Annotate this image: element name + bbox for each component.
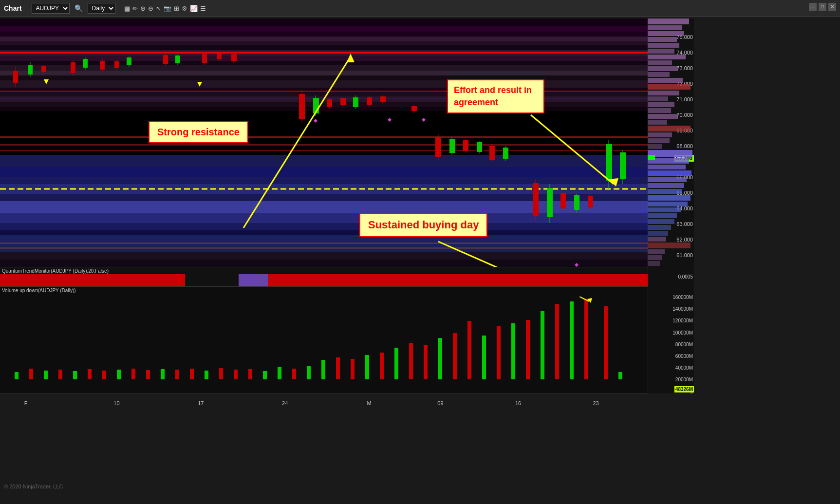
svg-rect-199	[511, 323, 515, 379]
svg-rect-130	[648, 78, 683, 83]
grid-icon[interactable]: ⊞	[174, 5, 179, 12]
svg-rect-158	[648, 249, 665, 254]
svg-rect-131	[648, 84, 691, 90]
close-button[interactable]: ✕	[828, 3, 836, 11]
svg-rect-25	[0, 223, 648, 230]
svg-rect-180	[234, 370, 238, 379]
svg-rect-34	[0, 136, 648, 138]
svg-rect-181	[248, 369, 252, 379]
svg-rect-48	[71, 62, 75, 73]
timeframe-select[interactable]: Daily	[88, 3, 115, 14]
svg-rect-4	[0, 41, 648, 45]
bar-chart-icon[interactable]: ▦	[124, 5, 130, 12]
svg-rect-61	[175, 56, 180, 63]
svg-rect-136	[648, 114, 678, 119]
svg-rect-120	[648, 19, 689, 24]
svg-rect-129	[648, 72, 670, 77]
camera-icon[interactable]: 📷	[164, 5, 171, 12]
svg-rect-90	[449, 139, 455, 153]
svg-rect-157	[648, 243, 691, 248]
svg-rect-144	[648, 165, 686, 169]
svg-rect-182	[263, 371, 267, 379]
svg-rect-151	[648, 207, 681, 212]
svg-rect-183	[278, 367, 281, 379]
app-title: Chart	[4, 4, 22, 12]
cursor-icon[interactable]: ↖	[156, 5, 161, 12]
svg-rect-193	[424, 345, 428, 379]
svg-rect-122	[648, 31, 684, 36]
svg-rect-132	[648, 91, 679, 95]
svg-rect-190	[380, 353, 384, 379]
svg-rect-179	[219, 368, 223, 379]
date-09: 09	[437, 400, 443, 406]
svg-rect-145	[648, 170, 691, 176]
svg-rect-135	[648, 108, 671, 113]
svg-rect-185	[307, 366, 311, 379]
svg-rect-175	[161, 369, 165, 379]
trend-svg	[0, 274, 648, 286]
zoom-in-icon[interactable]: ⊕	[140, 5, 146, 12]
svg-rect-50	[83, 59, 88, 68]
toolbar: ▦ ✏ ⊕ ⊖ ↖ 📷 ⊞ ⚙ 📈 ☰	[124, 5, 206, 12]
svg-rect-173	[131, 369, 135, 379]
date-16: 16	[515, 400, 521, 406]
svg-rect-14	[0, 93, 648, 96]
draw-icon[interactable]: ✏	[132, 5, 138, 12]
settings-icon[interactable]: ⚙	[182, 5, 187, 12]
svg-rect-169	[73, 371, 77, 379]
svg-rect-80	[353, 97, 358, 107]
svg-rect-156	[648, 237, 666, 242]
vol-60: 60000M	[675, 354, 693, 359]
svg-rect-155	[648, 231, 668, 236]
svg-rect-82	[367, 97, 372, 105]
svg-rect-10	[0, 71, 648, 75]
svg-rect-124	[648, 43, 679, 48]
svg-rect-202	[555, 304, 559, 379]
svg-rect-54	[114, 61, 119, 68]
menu-icon[interactable]: ☰	[200, 5, 206, 12]
svg-rect-154	[648, 225, 671, 230]
svg-marker-76	[314, 119, 317, 123]
svg-rect-2	[0, 32, 648, 37]
svg-rect-32	[0, 91, 648, 92]
svg-rect-125	[648, 49, 674, 54]
svg-rect-149	[648, 195, 691, 201]
svg-rect-9	[0, 65, 648, 71]
copyright: © 2020 NinjaTrader, LLC	[4, 484, 63, 489]
svg-rect-43	[28, 65, 33, 75]
volume-svg	[0, 297, 648, 393]
symbol-select[interactable]: AUDJPY	[32, 3, 70, 14]
svg-rect-163	[239, 274, 268, 286]
zoom-out-icon[interactable]: ⊖	[148, 5, 153, 12]
svg-rect-161	[648, 155, 655, 160]
indicator-icon[interactable]: 📈	[190, 5, 198, 12]
maximize-button[interactable]: □	[819, 3, 826, 11]
svg-rect-159	[648, 255, 662, 260]
svg-rect-123	[648, 37, 677, 42]
svg-rect-59	[163, 55, 168, 64]
svg-rect-178	[205, 371, 208, 379]
svg-rect-146	[648, 177, 687, 182]
svg-rect-133	[648, 96, 668, 101]
svg-rect-167	[44, 371, 48, 379]
svg-rect-126	[648, 55, 686, 59]
svg-rect-8	[0, 61, 648, 65]
svg-rect-12	[0, 80, 648, 88]
svg-rect-75	[340, 98, 346, 105]
svg-rect-96	[489, 146, 495, 160]
svg-rect-176	[175, 370, 179, 379]
svg-rect-140	[648, 138, 670, 143]
svg-rect-170	[88, 369, 92, 379]
svg-rect-106	[574, 195, 579, 210]
svg-rect-52	[100, 61, 105, 70]
svg-rect-7	[0, 56, 648, 61]
svg-rect-41	[13, 71, 18, 83]
svg-rect-187	[336, 357, 340, 379]
svg-rect-134	[648, 102, 674, 107]
search-icon[interactable]: 🔍	[75, 4, 83, 12]
svg-marker-77	[388, 118, 392, 122]
minimize-button[interactable]: —	[809, 3, 817, 11]
svg-rect-141	[648, 144, 662, 149]
date-24: 24	[282, 400, 288, 406]
vol-160: 160000M	[672, 295, 693, 300]
